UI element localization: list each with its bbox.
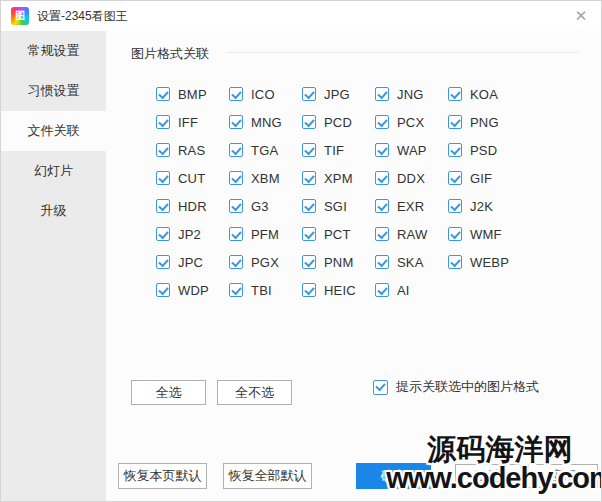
format-checkbox-jpc[interactable] [156, 255, 170, 269]
format-checkbox-tga[interactable] [229, 143, 243, 157]
format-checkbox-pnm[interactable] [302, 255, 316, 269]
prompt-association-row[interactable]: 提示关联选中的图片格式 [373, 378, 539, 396]
format-cell-mng[interactable]: MNG [229, 115, 302, 130]
close-icon[interactable]: ✕ [567, 3, 595, 29]
format-cell-ras[interactable]: RAS [156, 143, 229, 158]
format-cell-jpc[interactable]: JPC [156, 255, 229, 270]
format-cell-webp[interactable]: WEBP [448, 255, 521, 270]
format-checkbox-pcx[interactable] [375, 115, 389, 129]
deselect-all-button[interactable]: 全不选 [217, 380, 292, 405]
format-cell-pgx[interactable]: PGX [229, 255, 302, 270]
format-cell-jp2[interactable]: JP2 [156, 227, 229, 242]
format-label-exr: EXR [397, 199, 424, 214]
format-cell-ska[interactable]: SKA [375, 255, 448, 270]
format-cell-g3[interactable]: G3 [229, 199, 302, 214]
format-cell-gif[interactable]: GIF [448, 171, 521, 186]
format-label-raw: RAW [397, 227, 427, 242]
format-cell-jpg[interactable]: JPG [302, 87, 375, 102]
format-cell-jng[interactable]: JNG [375, 87, 448, 102]
format-checkbox-raw[interactable] [375, 227, 389, 241]
format-cell-hdr[interactable]: HDR [156, 199, 229, 214]
ok-button[interactable]: 确定 [356, 463, 431, 489]
format-label-g3: G3 [251, 199, 269, 214]
format-cell-tga[interactable]: TGA [229, 143, 302, 158]
format-cell-wap[interactable]: WAP [375, 143, 448, 158]
format-checkbox-tbi[interactable] [229, 283, 243, 297]
format-cell-raw[interactable]: RAW [375, 227, 448, 242]
format-checkbox-pgx[interactable] [229, 255, 243, 269]
format-checkbox-ska[interactable] [375, 255, 389, 269]
cancel-button[interactable]: 取消 [455, 464, 521, 488]
format-checkbox-pct[interactable] [302, 227, 316, 241]
format-cell-pnm[interactable]: PNM [302, 255, 375, 270]
select-all-button[interactable]: 全选 [131, 380, 206, 405]
format-cell-cut[interactable]: CUT [156, 171, 229, 186]
format-cell-wmf[interactable]: WMF [448, 227, 521, 242]
format-checkbox-ico[interactable] [229, 87, 243, 101]
sidebar-item-upgrade[interactable]: 升级 [1, 191, 106, 231]
format-checkbox-xpm[interactable] [302, 171, 316, 185]
format-checkbox-wdp[interactable] [156, 283, 170, 297]
format-cell-psd[interactable]: PSD [448, 143, 521, 158]
format-cell-bmp[interactable]: BMP [156, 87, 229, 102]
format-label-mng: MNG [251, 115, 282, 130]
format-cell-pcx[interactable]: PCX [375, 115, 448, 130]
format-checkbox-tif[interactable] [302, 143, 316, 157]
format-label-wdp: WDP [178, 283, 209, 298]
format-cell-iff[interactable]: IFF [156, 115, 229, 130]
format-cell-pct[interactable]: PCT [302, 227, 375, 242]
format-checkbox-ai[interactable] [375, 283, 389, 297]
format-cell-ico[interactable]: ICO [229, 87, 302, 102]
format-cell-tbi[interactable]: TBI [229, 283, 302, 298]
sidebar-item-habits[interactable]: 习惯设置 [1, 71, 106, 111]
format-checkbox-ras[interactable] [156, 143, 170, 157]
format-checkbox-gif[interactable] [448, 171, 462, 185]
format-cell-exr[interactable]: EXR [375, 199, 448, 214]
format-cell-tif[interactable]: TIF [302, 143, 375, 158]
format-cell-png[interactable]: PNG [448, 115, 521, 130]
restore-page-defaults-button[interactable]: 恢复本页默认 [118, 463, 207, 489]
format-checkbox-png[interactable] [448, 115, 462, 129]
format-cell-ai[interactable]: AI [375, 283, 448, 298]
format-checkbox-heic[interactable] [302, 283, 316, 297]
restore-all-defaults-button[interactable]: 恢复全部默认 [223, 463, 312, 489]
sidebar-item-slideshow[interactable]: 幻灯片 [1, 151, 106, 191]
app-icon: 图 [11, 7, 29, 25]
prompt-association-checkbox[interactable] [373, 380, 388, 395]
format-checkbox-pcd[interactable] [302, 115, 316, 129]
format-checkbox-iff[interactable] [156, 115, 170, 129]
apply-button[interactable]: 应用 [528, 464, 598, 488]
sidebar-item-general[interactable]: 常规设置 [1, 31, 106, 71]
format-checkbox-hdr[interactable] [156, 199, 170, 213]
format-cell-pcd[interactable]: PCD [302, 115, 375, 130]
format-cell-sgi[interactable]: SGI [302, 199, 375, 214]
format-cell-j2k[interactable]: J2K [448, 199, 521, 214]
format-checkbox-jp2[interactable] [156, 227, 170, 241]
format-label-wap: WAP [397, 143, 427, 158]
format-checkbox-sgi[interactable] [302, 199, 316, 213]
format-cell-xpm[interactable]: XPM [302, 171, 375, 186]
format-checkbox-koa[interactable] [448, 87, 462, 101]
format-checkbox-wmf[interactable] [448, 227, 462, 241]
format-checkbox-exr[interactable] [375, 199, 389, 213]
format-checkbox-bmp[interactable] [156, 87, 170, 101]
format-cell-xbm[interactable]: XBM [229, 171, 302, 186]
format-checkbox-wap[interactable] [375, 143, 389, 157]
format-checkbox-jpg[interactable] [302, 87, 316, 101]
format-checkbox-pfm[interactable] [229, 227, 243, 241]
format-checkbox-g3[interactable] [229, 199, 243, 213]
format-checkbox-j2k[interactable] [448, 199, 462, 213]
format-checkbox-cut[interactable] [156, 171, 170, 185]
format-checkbox-ddx[interactable] [375, 171, 389, 185]
format-checkbox-psd[interactable] [448, 143, 462, 157]
format-cell-koa[interactable]: KOA [448, 87, 521, 102]
format-cell-wdp[interactable]: WDP [156, 283, 229, 298]
format-checkbox-webp[interactable] [448, 255, 462, 269]
format-cell-heic[interactable]: HEIC [302, 283, 375, 298]
format-checkbox-xbm[interactable] [229, 171, 243, 185]
format-checkbox-mng[interactable] [229, 115, 243, 129]
format-checkbox-jng[interactable] [375, 87, 389, 101]
format-cell-ddx[interactable]: DDX [375, 171, 448, 186]
sidebar-item-file-association[interactable]: 文件关联 [1, 111, 106, 151]
format-cell-pfm[interactable]: PFM [229, 227, 302, 242]
